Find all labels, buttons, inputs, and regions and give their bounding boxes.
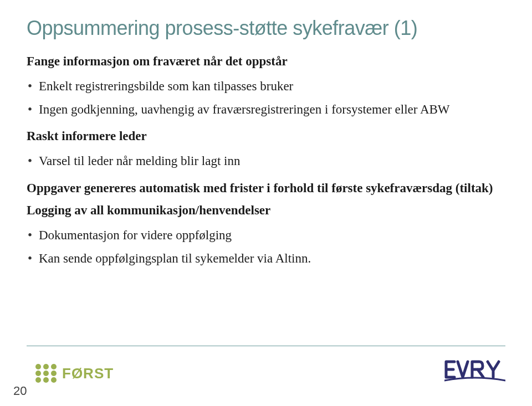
forst-icon	[35, 364, 57, 383]
svg-rect-0	[35, 364, 41, 369]
section-heading: Oppgaver genereres automatisk med friste…	[27, 181, 505, 196]
section-3: Oppgaver genereres automatisk med friste…	[27, 181, 505, 196]
bullet-list: Enkelt registreringsbilde som kan tilpas…	[27, 76, 505, 119]
list-item: Kan sende oppfølgingsplan til sykemelder…	[27, 249, 505, 269]
svg-rect-1	[43, 364, 49, 369]
evry-icon	[444, 358, 505, 382]
footer: 20 FØRST	[0, 351, 532, 406]
page-number: 20	[13, 384, 27, 398]
section-2: Raskt informere leder Varsel til leder n…	[27, 129, 505, 171]
section-1: Fange informasjon om fraværet når det op…	[27, 54, 505, 119]
logo-forst: FØRST	[35, 364, 114, 383]
list-item: Enkelt registreringsbilde som kan tilpas…	[27, 76, 505, 96]
section-heading: Raskt informere leder	[27, 129, 505, 143]
svg-rect-2	[51, 364, 57, 369]
svg-rect-7	[43, 377, 49, 383]
page-title: Oppsummering prosess-støtte sykefravær (…	[27, 17, 505, 40]
section-heading: Fange informasjon om fraværet når det op…	[27, 54, 505, 69]
list-item: Varsel til leder når melding blir lagt i…	[27, 151, 505, 171]
section-heading: Logging av all kommunikasjon/henvendelse…	[27, 203, 505, 218]
bullet-list: Dokumentasjon for videre oppfølging Kan …	[27, 225, 505, 268]
divider	[27, 346, 505, 346]
slide: Oppsummering prosess-støtte sykefravær (…	[0, 0, 532, 406]
svg-rect-3	[35, 371, 41, 376]
logo-forst-text: FØRST	[62, 365, 114, 382]
section-4: Logging av all kommunikasjon/henvendelse…	[27, 203, 505, 268]
list-item: Dokumentasjon for videre oppfølging	[27, 225, 505, 245]
logo-evry	[444, 358, 505, 384]
bullet-list: Varsel til leder når melding blir lagt i…	[27, 151, 505, 171]
svg-rect-5	[51, 371, 57, 376]
svg-rect-8	[51, 377, 57, 383]
svg-rect-4	[43, 371, 49, 376]
list-item: Ingen godkjenning, uavhengig av fraværsr…	[27, 100, 505, 120]
svg-rect-6	[35, 377, 41, 383]
